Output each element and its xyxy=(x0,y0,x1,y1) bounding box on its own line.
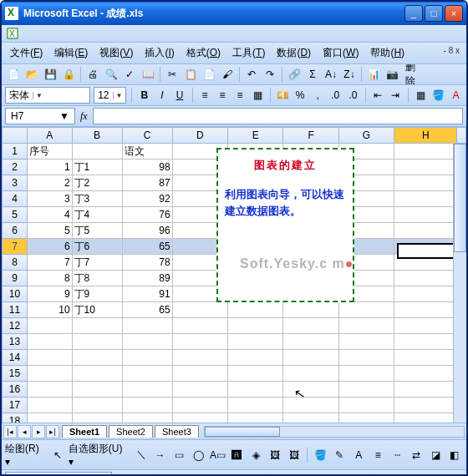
app-control-icon[interactable]: X xyxy=(5,26,20,41)
inc-indent-icon[interactable]: ⇥ xyxy=(389,87,403,104)
col-header-B[interactable]: B xyxy=(72,128,122,144)
rect-icon[interactable]: ▭ xyxy=(171,447,188,463)
cell[interactable] xyxy=(227,175,282,191)
arrow-icon[interactable]: → xyxy=(152,447,169,463)
doc-window-controls[interactable]: - 8 x xyxy=(440,44,463,62)
cell[interactable] xyxy=(122,350,172,366)
menu-insert[interactable]: 插入(I) xyxy=(140,44,179,62)
cell[interactable] xyxy=(172,350,227,366)
font-color2-icon[interactable]: A xyxy=(350,447,367,463)
comma-icon[interactable]: , xyxy=(311,87,325,104)
cell[interactable] xyxy=(283,334,338,350)
cell[interactable] xyxy=(227,191,282,207)
name-box[interactable]: H7 ▼ xyxy=(5,108,75,124)
table-row[interactable]: 18 xyxy=(3,413,466,423)
cell[interactable] xyxy=(227,334,282,350)
cell[interactable]: 序号 xyxy=(28,144,73,160)
sheet-tab-2[interactable]: Sheet2 xyxy=(109,425,153,438)
fill-color-icon[interactable]: 🪣 xyxy=(431,87,445,104)
link-icon[interactable]: 🔗 xyxy=(286,66,303,83)
cell[interactable]: 丁1 xyxy=(72,160,122,175)
table-row[interactable]: 16 xyxy=(3,382,466,398)
cell[interactable]: 丁6 xyxy=(72,239,122,255)
cell[interactable] xyxy=(122,318,172,334)
cell[interactable] xyxy=(172,302,227,318)
row-header[interactable]: 10 xyxy=(3,286,28,302)
research-icon[interactable]: 📖 xyxy=(140,66,156,83)
cell[interactable] xyxy=(72,366,122,382)
maximize-button[interactable]: □ xyxy=(425,5,443,22)
col-header-D[interactable]: D xyxy=(172,128,227,144)
cell[interactable] xyxy=(172,175,227,191)
cell[interactable] xyxy=(338,413,394,423)
row-header[interactable]: 12 xyxy=(3,318,28,334)
cell[interactable] xyxy=(283,366,338,382)
tab-nav-prev[interactable]: ◂ xyxy=(18,425,31,438)
cell[interactable] xyxy=(394,160,457,175)
cell[interactable] xyxy=(122,334,172,350)
cell[interactable]: 2 xyxy=(28,175,73,191)
cell[interactable] xyxy=(28,318,73,334)
cell[interactable] xyxy=(227,271,282,286)
cell[interactable] xyxy=(283,239,338,255)
cell[interactable] xyxy=(338,239,394,255)
col-header-A[interactable]: A xyxy=(28,128,73,144)
picture-icon[interactable]: 🖼 xyxy=(286,447,303,463)
chart-wizard-icon[interactable]: 📊 xyxy=(365,66,382,83)
cell[interactable] xyxy=(227,144,282,160)
table-row[interactable]: 12 xyxy=(3,318,466,334)
cut-icon[interactable]: ✂ xyxy=(164,66,181,83)
cell[interactable]: 89 xyxy=(122,271,172,286)
align-right-icon[interactable]: ≡ xyxy=(233,87,247,104)
cell[interactable] xyxy=(394,255,457,271)
ime-indicator[interactable]: 🀄 快乐五笔 ◐ 。 ⌨ xyxy=(5,472,112,476)
cell[interactable] xyxy=(227,366,282,382)
minimize-button[interactable]: _ xyxy=(404,5,423,22)
cell[interactable] xyxy=(122,413,172,423)
cell[interactable] xyxy=(72,318,122,334)
font-size-combo[interactable]: 12▼ xyxy=(94,87,126,104)
print-icon[interactable]: 🖨 xyxy=(84,66,101,83)
cell[interactable] xyxy=(338,207,394,223)
cell[interactable] xyxy=(338,223,394,239)
table-row[interactable]: 98丁889 xyxy=(3,271,466,286)
cell[interactable] xyxy=(172,366,227,382)
row-header[interactable]: 2 xyxy=(3,160,28,175)
cell[interactable] xyxy=(122,366,172,382)
cell[interactable] xyxy=(28,366,73,382)
cell[interactable]: 5 xyxy=(28,223,73,239)
format-painter-icon[interactable]: 🖌 xyxy=(219,66,236,83)
row-header[interactable]: 1 xyxy=(3,144,28,160)
inc-decimal-icon[interactable]: .0 xyxy=(328,87,343,104)
row-header[interactable]: 4 xyxy=(3,191,28,207)
cell[interactable] xyxy=(227,398,282,413)
cell[interactable] xyxy=(122,382,172,398)
cell[interactable] xyxy=(122,398,172,413)
cell[interactable] xyxy=(338,271,394,286)
cell[interactable] xyxy=(338,255,394,271)
cell[interactable] xyxy=(227,207,282,223)
table-row[interactable]: 13 xyxy=(3,334,466,350)
cell[interactable] xyxy=(394,398,457,413)
col-header-C[interactable]: C xyxy=(122,128,172,144)
cell[interactable]: 6 xyxy=(28,239,73,255)
cell[interactable] xyxy=(394,286,457,302)
align-left-icon[interactable]: ≡ xyxy=(197,87,211,104)
cell[interactable] xyxy=(394,366,457,382)
redo-icon[interactable]: ↷ xyxy=(262,66,278,83)
cell[interactable]: 98 xyxy=(122,160,172,175)
table-row[interactable]: 14 xyxy=(3,350,466,366)
tab-nav-next[interactable]: ▸ xyxy=(32,425,45,438)
tab-nav-first[interactable]: |◂ xyxy=(3,425,17,438)
cell[interactable] xyxy=(172,271,227,286)
diagram-icon[interactable]: ◈ xyxy=(247,447,264,463)
shadow-icon[interactable]: ◪ xyxy=(427,447,444,463)
cell[interactable]: 87 xyxy=(122,175,172,191)
cell[interactable] xyxy=(283,191,338,207)
table-row[interactable]: 54丁476 xyxy=(3,207,466,223)
cell[interactable] xyxy=(72,350,122,366)
row-header[interactable]: 13 xyxy=(3,334,28,350)
paste-icon[interactable]: 📄 xyxy=(201,66,217,83)
vertical-scrollbar[interactable] xyxy=(453,144,466,423)
textbox-icon[interactable]: A▭ xyxy=(210,447,226,463)
